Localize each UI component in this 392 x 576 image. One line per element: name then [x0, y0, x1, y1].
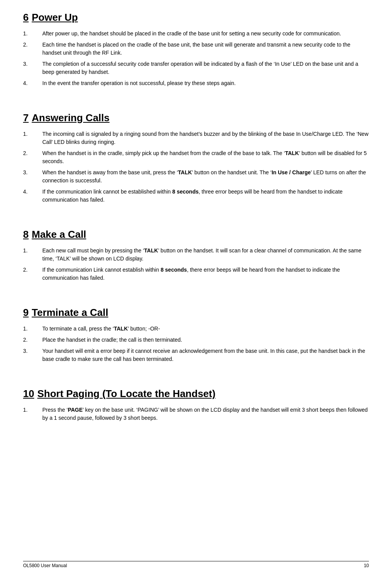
section-6-item-2-number: 2.: [23, 41, 42, 57]
section-7-item-4-number: 4.: [23, 188, 42, 204]
section-9-item-1: 1.To terminate a call, press the ‘TALK’ …: [23, 325, 369, 333]
document-body: 6Power Up1.After power up, the handset s…: [23, 12, 369, 433]
section-7-list: 1.The incoming call is signaled by a rin…: [23, 130, 369, 204]
section-10-number: 10: [23, 388, 34, 400]
section-9: 9Terminate a Call1.To terminate a call, …: [23, 307, 369, 374]
section-7: 7Answering Calls1.The incoming call is s…: [23, 112, 369, 215]
section-8-item-2-content: If the communication Link cannot establi…: [42, 266, 369, 282]
section-9-item-3: 3.Your handset will emit a error beep if…: [23, 347, 369, 363]
section-6-item-3-number: 3.: [23, 60, 42, 76]
section-7-item-2-number: 2.: [23, 149, 42, 165]
section-6-item-4-number: 4.: [23, 79, 42, 87]
section-9-number: 9: [23, 307, 28, 319]
footer-text: OL5800 User Manual 10: [23, 563, 369, 568]
section-9-item-2-content: Place the handset in the cradle; the cal…: [42, 336, 369, 344]
section-9-item-3-number: 3.: [23, 347, 42, 363]
section-9-list: 1.To terminate a call, press the ‘TALK’ …: [23, 325, 369, 363]
section-8-item-1-content: Each new call must begin by pressing the…: [42, 247, 369, 263]
section-10-title: 10Short Paging (To Locate the Handset): [23, 388, 369, 400]
section-7-item-1-number: 1.: [23, 130, 42, 146]
section-6-item-1-content: After power up, the handset should be pl…: [42, 30, 369, 38]
section-7-title-text: Answering Calls: [32, 112, 109, 124]
section-9-title-text: Terminate a Call: [32, 307, 108, 319]
footer-divider: [23, 561, 369, 561]
section-8-item-2: 2.If the communication Link cannot estab…: [23, 266, 369, 282]
section-6-title-text: Power Up: [32, 12, 78, 23]
section-9-item-2-number: 2.: [23, 336, 42, 344]
section-9-item-2: 2.Place the handset in the cradle; the c…: [23, 336, 369, 344]
section-6-item-4: 4.In the event the transfer operation is…: [23, 79, 369, 87]
section-7-item-3: 3.When the handset is away from the base…: [23, 169, 369, 185]
section-6-number: 6: [23, 12, 28, 23]
section-9-item-3-content: Your handset will emit a error beep if i…: [42, 347, 369, 363]
section-8-item-2-number: 2.: [23, 266, 42, 282]
section-7-item-3-number: 3.: [23, 169, 42, 185]
section-8-title: 8Make a Call: [23, 229, 369, 240]
section-6-list: 1.After power up, the handset should be …: [23, 30, 369, 87]
section-7-item-4-content: If the communication link cannot be esta…: [42, 188, 369, 204]
section-7-item-1-content: The incoming call is signaled by a ringi…: [42, 130, 369, 146]
section-7-item-1: 1.The incoming call is signaled by a rin…: [23, 130, 369, 146]
section-9-item-1-number: 1.: [23, 325, 42, 333]
section-10-title-text: Short Paging (To Locate the Handset): [37, 388, 215, 400]
section-7-item-2: 2.When the handset is in the cradle, sim…: [23, 149, 369, 165]
section-8-list: 1.Each new call must begin by pressing t…: [23, 247, 369, 282]
section-6: 6Power Up1.After power up, the handset s…: [23, 12, 369, 98]
section-6-item-4-content: In the event the transfer operation is n…: [42, 79, 369, 87]
section-6-item-1: 1.After power up, the handset should be …: [23, 30, 369, 38]
section-8-number: 8: [23, 229, 28, 240]
section-6-item-2: 2.Each time the handset is placed on the…: [23, 41, 369, 57]
section-10-item-1-content: Press the ‘PAGE’ key on the base unit. ‘…: [42, 406, 369, 422]
section-10-item-1: 1.Press the ‘PAGE’ key on the base unit.…: [23, 406, 369, 422]
section-7-title: 7Answering Calls: [23, 112, 369, 124]
section-6-item-2-content: Each time the handset is placed on the c…: [42, 41, 369, 57]
section-6-item-1-number: 1.: [23, 30, 42, 38]
section-8-item-1-number: 1.: [23, 247, 42, 263]
section-9-item-1-content: To terminate a call, press the ‘TALK’ bu…: [42, 325, 369, 333]
section-8: 8Make a Call1.Each new call must begin b…: [23, 229, 369, 293]
section-6-item-3-content: The completion of a successful security …: [42, 60, 369, 76]
section-8-item-1: 1.Each new call must begin by pressing t…: [23, 247, 369, 263]
section-7-item-3-content: When the handset is away from the base u…: [42, 169, 369, 185]
footer-left: OL5800 User Manual: [23, 563, 67, 568]
section-7-number: 7: [23, 112, 28, 124]
section-6-title: 6Power Up: [23, 12, 369, 23]
section-8-title-text: Make a Call: [32, 229, 86, 240]
footer-page: 10: [364, 563, 369, 568]
section-10: 10Short Paging (To Locate the Handset)1.…: [23, 388, 369, 433]
section-9-title: 9Terminate a Call: [23, 307, 369, 319]
section-7-item-2-content: When the handset is in the cradle, simpl…: [42, 149, 369, 165]
section-10-list: 1.Press the ‘PAGE’ key on the base unit.…: [23, 406, 369, 422]
section-6-item-3: 3.The completion of a successful securit…: [23, 60, 369, 76]
section-10-item-1-number: 1.: [23, 406, 42, 422]
section-7-item-4: 4.If the communication link cannot be es…: [23, 188, 369, 204]
footer: OL5800 User Manual 10: [0, 561, 392, 568]
